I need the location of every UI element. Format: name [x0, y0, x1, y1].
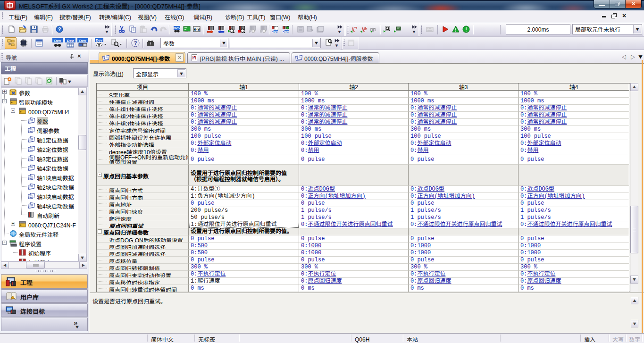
- svg-text:Dev: Dev: [67, 39, 74, 43]
- svg-text:Dev: Dev: [79, 39, 86, 43]
- svg-text:Dev: Dev: [54, 39, 61, 43]
- svg-text:?: ?: [58, 26, 61, 32]
- svg-text:H·W: H·W: [194, 28, 200, 32]
- svg-text:Dev: Dev: [283, 29, 290, 33]
- svg-text:Dev: Dev: [174, 26, 181, 30]
- svg-text:Dev: Dev: [96, 38, 103, 42]
- svg-text:Dev: Dev: [272, 29, 279, 33]
- svg-text:?: ?: [134, 40, 137, 46]
